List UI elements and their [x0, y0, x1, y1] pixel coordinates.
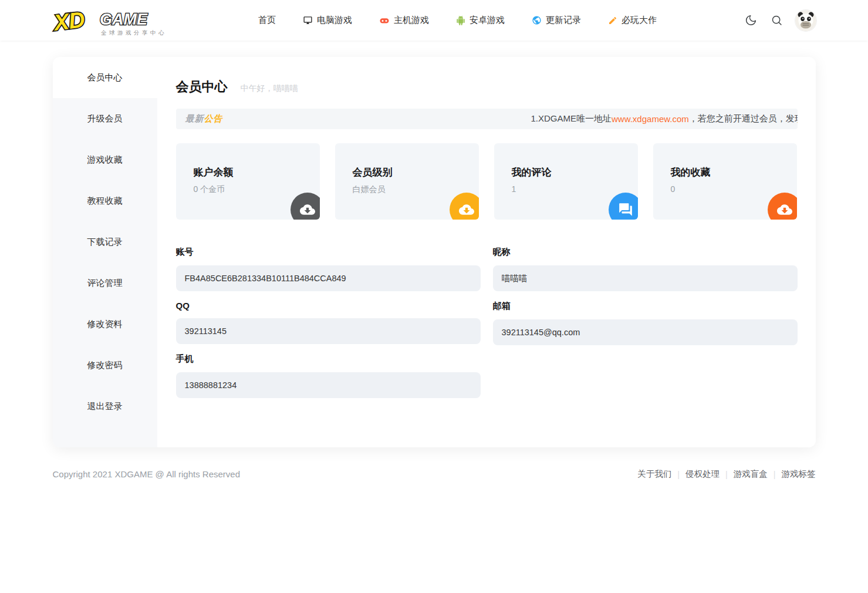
- top-navbar: XD GAME 全球游戏分享中心 首页 电脑游戏 主机游戏 安卓游戏: [0, 0, 868, 41]
- profile-form: 账号 QQ 手机 昵称 邮箱: [176, 243, 798, 407]
- announcement-bar: 最新 公告 1.XDGAME唯一地址www.xdgamew.com，若您之前开通…: [176, 109, 798, 129]
- card-value: 1: [512, 184, 638, 194]
- panda-avatar-image: [795, 10, 816, 31]
- sidebar-item-download-history[interactable]: 下载记录: [53, 221, 157, 262]
- logo-subtitle: 全球游戏分享中心: [101, 29, 167, 36]
- card-value: 0: [671, 184, 797, 194]
- copyright-text: Copyright 2021 XDGAME @ All rights Reser…: [53, 469, 241, 479]
- sidebar-item-edit-profile[interactable]: 修改资料: [53, 304, 157, 345]
- globe-icon: [532, 15, 542, 25]
- announcement-tag-latest: 最新: [185, 113, 204, 124]
- phone-label: 手机: [176, 353, 481, 365]
- sidebar-item-tutorial-favorites[interactable]: 教程收藏: [53, 180, 157, 221]
- phone-field-group: 手机: [176, 353, 481, 398]
- account-input[interactable]: [176, 265, 481, 291]
- card-title: 我的收藏: [671, 166, 797, 179]
- account-field-group: 账号: [176, 247, 481, 291]
- header-actions: [740, 10, 816, 31]
- nickname-input[interactable]: [493, 265, 798, 291]
- logo-graphic: XD GAME 全球游戏分享中心: [52, 4, 169, 37]
- page-footer: Copyright 2021 XDGAME @ All rights Reser…: [53, 469, 816, 480]
- card-account-balance: 账户余额 0 个金币: [176, 143, 320, 220]
- card-title: 会员级别: [353, 166, 479, 179]
- nav-label: 必玩大作: [622, 15, 657, 26]
- sidebar-item-game-favorites[interactable]: 游戏收藏: [53, 139, 157, 180]
- footer-link-game-tags[interactable]: 游戏标签: [782, 469, 816, 480]
- account-label: 账号: [176, 247, 481, 258]
- user-avatar[interactable]: [795, 10, 816, 31]
- member-content: 会员中心 中午好，喵喵喵 最新 公告 1.XDGAME唯一地址www.xdgam…: [157, 57, 816, 447]
- announcement-tag: 最新 公告: [185, 109, 223, 129]
- nav-item-android-games[interactable]: 安卓游戏: [456, 15, 505, 26]
- form-column-right: 昵称 邮箱: [493, 243, 798, 407]
- monitor-icon: [303, 15, 313, 25]
- logo-xd: XD: [52, 6, 86, 35]
- announcement-link[interactable]: www.xdgamew.com: [612, 114, 689, 124]
- greeting-text: 中午好，喵喵喵: [241, 83, 298, 94]
- nickname-field-group: 昵称: [493, 247, 798, 291]
- title-row: 会员中心 中午好，喵喵喵: [176, 78, 798, 96]
- chat-icon: [609, 193, 638, 220]
- page-title: 会员中心: [176, 78, 228, 96]
- sidebar-item-comment-management[interactable]: 评论管理: [53, 262, 157, 304]
- stat-cards: 账户余额 0 个金币 会员级别 白嫖会员 我的评论 1: [176, 143, 798, 220]
- card-member-level: 会员级别 白嫖会员: [335, 143, 479, 220]
- footer-link-about[interactable]: 关于我们: [637, 469, 671, 480]
- sidebar-item-logout[interactable]: 退出登录: [53, 386, 157, 427]
- phone-input[interactable]: [176, 372, 481, 398]
- nav-label: 更新记录: [546, 15, 581, 26]
- android-icon: [456, 16, 465, 25]
- nav-label: 首页: [258, 15, 276, 26]
- nav-item-update-log[interactable]: 更新记录: [532, 15, 581, 26]
- footer-link-separator: |: [677, 470, 680, 479]
- main-nav: 首页 电脑游戏 主机游戏 安卓游戏 更新记录: [175, 15, 740, 26]
- qq-input[interactable]: [176, 318, 481, 344]
- theme-toggle-moon-icon[interactable]: [744, 14, 758, 28]
- card-my-comments: 我的评论 1: [494, 143, 638, 220]
- site-logo[interactable]: XD GAME 全球游戏分享中心: [52, 4, 175, 37]
- member-center-panel: 会员中心 升级会员 游戏收藏 教程收藏 下载记录 评论管理 修改资料 修改密码 …: [53, 57, 816, 447]
- sidebar-item-upgrade[interactable]: 升级会员: [53, 98, 157, 139]
- member-sidebar: 会员中心 升级会员 游戏收藏 教程收藏 下载记录 评论管理 修改资料 修改密码 …: [53, 57, 157, 447]
- sidebar-item-member-center[interactable]: 会员中心: [53, 57, 157, 98]
- nav-label: 安卓游戏: [470, 15, 505, 26]
- announcement-text-after: ，若您之前开通过会员，发现: [689, 113, 798, 124]
- nav-item-home[interactable]: 首页: [258, 15, 276, 26]
- footer-link-infringement[interactable]: 侵权处理: [685, 469, 720, 480]
- email-label: 邮箱: [493, 301, 798, 312]
- gamepad-icon: [379, 15, 390, 26]
- logo-game: GAME: [100, 11, 148, 28]
- nickname-label: 昵称: [493, 247, 798, 258]
- nav-label: 主机游戏: [394, 15, 429, 26]
- card-title: 账户余额: [194, 166, 320, 179]
- footer-links: 关于我们 | 侵权处理 | 游戏盲盒 | 游戏标签: [637, 469, 815, 480]
- sidebar-item-change-password[interactable]: 修改密码: [53, 345, 157, 386]
- footer-link-separator: |: [725, 470, 728, 479]
- footer-link-blind-box[interactable]: 游戏盲盒: [734, 469, 768, 480]
- qq-field-group: QQ: [176, 301, 481, 344]
- card-title: 我的评论: [512, 166, 638, 179]
- footer-link-separator: |: [774, 470, 776, 479]
- nav-label: 电脑游戏: [317, 15, 352, 26]
- card-my-favorites: 我的收藏 0: [653, 143, 797, 220]
- email-input[interactable]: [493, 319, 798, 345]
- qq-label: QQ: [176, 301, 481, 311]
- cloud-download-icon: [291, 193, 320, 220]
- nav-item-console-games[interactable]: 主机游戏: [379, 15, 429, 26]
- announcement-tag-notice: 公告: [204, 113, 223, 124]
- email-field-group: 邮箱: [493, 301, 798, 345]
- form-column-left: 账号 QQ 手机: [176, 243, 481, 407]
- announcement-text-before: 1.XDGAME唯一地址: [531, 113, 612, 124]
- pen-icon: [608, 16, 617, 25]
- announcement-text: 1.XDGAME唯一地址www.xdgamew.com，若您之前开通过会员，发现: [531, 109, 798, 129]
- nav-item-must-play[interactable]: 必玩大作: [608, 15, 657, 26]
- nav-item-pc-games[interactable]: 电脑游戏: [303, 15, 352, 26]
- search-icon[interactable]: [769, 14, 783, 28]
- cloud-download-icon: [450, 193, 479, 220]
- cloud-download-icon: [768, 193, 797, 220]
